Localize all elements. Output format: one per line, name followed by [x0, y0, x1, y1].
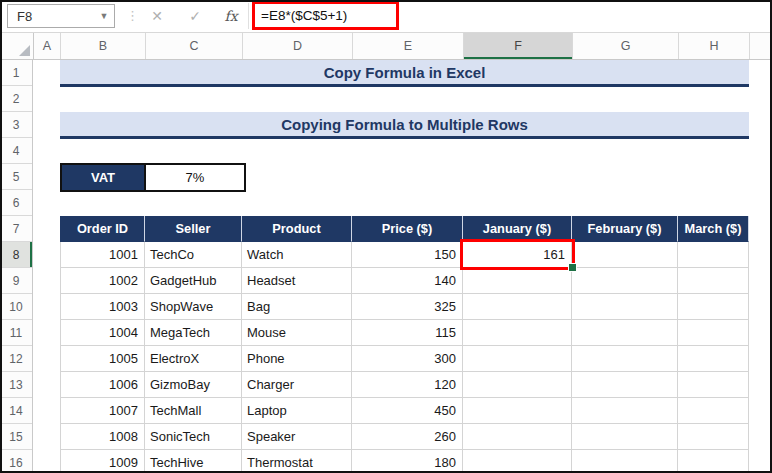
row-header-2[interactable]: 2	[0, 86, 32, 112]
table-cell[interactable]: 180	[352, 450, 463, 473]
table-cell[interactable]: 1001	[60, 242, 145, 268]
table-cell[interactable]	[678, 424, 749, 450]
column-header-E[interactable]: E	[353, 32, 464, 59]
table-cell[interactable]: GizmoBay	[145, 372, 242, 398]
column-header-A[interactable]: A	[34, 32, 61, 59]
row-header-8-selected[interactable]: 8	[0, 242, 32, 268]
column-header-C[interactable]: C	[146, 32, 243, 59]
header-february[interactable]: February ($)	[572, 216, 678, 242]
table-cell[interactable]	[463, 450, 572, 473]
row-header-7[interactable]: 7	[0, 216, 32, 242]
table-cell[interactable]	[463, 294, 572, 320]
table-cell[interactable]: TechMall	[145, 398, 242, 424]
table-cell[interactable]: 1007	[60, 398, 145, 424]
column-header-H[interactable]: H	[679, 32, 750, 59]
table-cell[interactable]	[463, 346, 572, 372]
header-march[interactable]: March ($)	[678, 216, 749, 242]
row-header-11[interactable]: 11	[0, 320, 32, 346]
row-header-14[interactable]: 14	[0, 398, 32, 424]
row-header-13[interactable]: 13	[0, 372, 32, 398]
table-cell[interactable]: 1004	[60, 320, 145, 346]
enter-check-icon[interactable]: ✓	[180, 4, 210, 28]
row-header-16[interactable]: 16	[0, 450, 32, 473]
table-cell[interactable]: Phone	[242, 346, 352, 372]
cancel-icon[interactable]: ✕	[142, 4, 172, 28]
table-cell[interactable]	[572, 320, 678, 346]
table-cell[interactable]	[678, 242, 749, 268]
table-cell[interactable]	[463, 398, 572, 424]
table-cell[interactable]	[463, 424, 572, 450]
table-cell[interactable]: Speaker	[242, 424, 352, 450]
table-cell[interactable]	[572, 450, 678, 473]
row-header-5[interactable]: 5	[0, 164, 32, 190]
header-product[interactable]: Product	[242, 216, 352, 242]
select-all-corner[interactable]	[0, 32, 34, 59]
table-cell[interactable]	[572, 242, 678, 268]
table-cell[interactable]	[678, 268, 749, 294]
table-cell[interactable]: Headset	[242, 268, 352, 294]
table-cell[interactable]: Mouse	[242, 320, 352, 346]
table-cell[interactable]: 1005	[60, 346, 145, 372]
title-banner[interactable]: Copy Formula in Excel	[60, 60, 749, 87]
row-header-3[interactable]: 3	[0, 112, 32, 138]
table-cell[interactable]	[678, 450, 749, 473]
table-cell[interactable]: 140	[352, 268, 463, 294]
table-cell[interactable]: 260	[352, 424, 463, 450]
column-header-D[interactable]: D	[243, 32, 353, 59]
table-cell[interactable]	[572, 294, 678, 320]
table-cell[interactable]	[572, 398, 678, 424]
table-cell[interactable]	[678, 372, 749, 398]
table-cell[interactable]: 300	[352, 346, 463, 372]
table-cell[interactable]	[678, 398, 749, 424]
table-cell[interactable]: TechHive	[145, 450, 242, 473]
row-header-1[interactable]: 1	[0, 60, 32, 86]
table-cell[interactable]: Thermostat	[242, 450, 352, 473]
header-price[interactable]: Price ($)	[352, 216, 463, 242]
table-cell[interactable]: ShopWave	[145, 294, 242, 320]
formula-input[interactable]: =E8*($C$5+1)	[255, 8, 347, 23]
table-cell[interactable]: SonicTech	[145, 424, 242, 450]
table-cell[interactable]: 120	[352, 372, 463, 398]
table-cell[interactable]	[678, 294, 749, 320]
insert-function-icon[interactable]: fx	[216, 4, 246, 28]
table-cell[interactable]	[678, 346, 749, 372]
table-cell[interactable]: MegaTech	[145, 320, 242, 346]
table-cell[interactable]	[463, 268, 572, 294]
table-cell[interactable]	[572, 346, 678, 372]
table-cell[interactable]: GadgetHub	[145, 268, 242, 294]
section-banner[interactable]: Copying Formula to Multiple Rows	[60, 112, 749, 139]
header-order-id[interactable]: Order ID	[60, 216, 145, 242]
vat-label-cell[interactable]: VAT	[62, 165, 146, 190]
name-box[interactable]: F8 ▼	[7, 4, 115, 28]
table-cell[interactable]: Bag	[242, 294, 352, 320]
table-cell[interactable]: Charger	[242, 372, 352, 398]
table-cell[interactable]: 1002	[60, 268, 145, 294]
table-cell[interactable]	[463, 372, 572, 398]
table-cell[interactable]: 1009	[60, 450, 145, 473]
table-cell[interactable]: 1006	[60, 372, 145, 398]
table-cell[interactable]	[572, 372, 678, 398]
row-header-4[interactable]: 4	[0, 138, 32, 164]
fill-handle[interactable]	[568, 263, 577, 272]
table-cell[interactable]: 325	[352, 294, 463, 320]
header-seller[interactable]: Seller	[145, 216, 242, 242]
table-cell[interactable]	[463, 320, 572, 346]
vat-value-cell[interactable]: 7%	[146, 165, 244, 190]
table-cell[interactable]: ElectroX	[145, 346, 242, 372]
table-cell[interactable]: 150	[352, 242, 463, 268]
row-header-6[interactable]: 6	[0, 190, 32, 216]
table-cell[interactable]	[678, 320, 749, 346]
column-header-F-selected[interactable]: F	[464, 32, 573, 59]
table-cell[interactable]	[572, 268, 678, 294]
row-header-9[interactable]: 9	[0, 268, 32, 294]
chevron-down-icon[interactable]: ▼	[94, 11, 114, 21]
table-cell[interactable]: 115	[352, 320, 463, 346]
table-cell[interactable]: Watch	[242, 242, 352, 268]
table-cell[interactable]	[572, 424, 678, 450]
row-header-15[interactable]: 15	[0, 424, 32, 450]
column-header-G[interactable]: G	[573, 32, 679, 59]
table-cell[interactable]: Laptop	[242, 398, 352, 424]
table-cell[interactable]: TechCo	[145, 242, 242, 268]
row-header-10[interactable]: 10	[0, 294, 32, 320]
row-header-12[interactable]: 12	[0, 346, 32, 372]
